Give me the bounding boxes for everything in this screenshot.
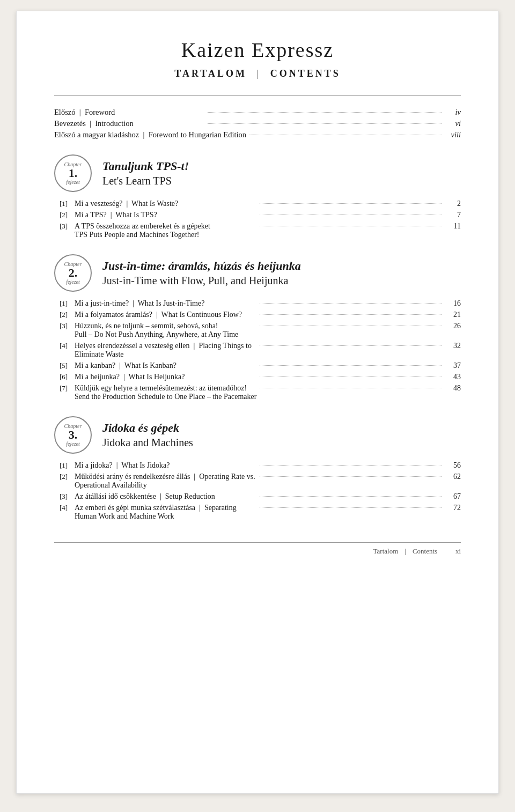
ch2-item-6: [6] Mi a heijunka? | What Is Heijunka? 4… [54, 373, 461, 381]
ch2-item-3-page: 26 [445, 322, 461, 330]
ch2-item-1-num: [1] [60, 299, 75, 308]
ch3-item-1: [1] Mi a jidoka? | What Is Jidoka? 56 [54, 461, 461, 470]
chapter-1-title-en: Let's Learn TPS [102, 174, 461, 188]
ch2-item-4-page: 32 [445, 342, 461, 350]
ch1-item-1: [1] Mi a veszteség? | What Is Waste? 2 [54, 200, 461, 208]
ch3-item-4-num: [4] [60, 504, 75, 512]
footer-divider: | [404, 547, 406, 556]
ch2-item-5-dots [260, 365, 442, 366]
ch3-item-3-page: 67 [445, 492, 461, 501]
footer-right: Contents [413, 547, 437, 556]
ch1-item-1-num: [1] [60, 200, 75, 208]
ch3-item-3-dots [260, 496, 442, 497]
intro-page-3: viii [445, 130, 461, 139]
ch2-item-6-page: 43 [445, 373, 461, 381]
ch1-item-3-dots [260, 226, 442, 226]
ch2-item-4: [4] Helyes elrendezéssel a veszteség ell… [54, 342, 461, 359]
ch3-item-3-num: [3] [60, 492, 75, 501]
chapter-3-badge-num: 3. [69, 429, 78, 441]
contents-label: CONTENTS [270, 68, 341, 79]
ch3-item-4-dots [260, 507, 442, 508]
chapter-3-title-en: Jidoka and Machines [102, 435, 461, 449]
chapter-1-badge-num: 1. [69, 167, 78, 179]
ch2-item-7-row: [7] Küldjük egy helyre a termelésütemezé… [60, 384, 461, 393]
ch2-item-7: [7] Küldjük egy helyre a termelésütemezé… [54, 384, 461, 401]
chapter-3-badge-bot: fejezet [66, 441, 80, 447]
ch2-item-1-dots [260, 303, 442, 304]
ch3-item-1-dots [260, 465, 442, 466]
ch3-item-2-num: [2] [60, 473, 75, 481]
chapter-1-badge: Chapter 1. fejezet [54, 154, 92, 192]
book-title: Kaizen Expressz [54, 38, 461, 62]
ch3-item-3-text: Az átállási idő csökkentése | Setup Redu… [75, 492, 256, 501]
ch2-item-1: [1] Mi a just-in-time? | What Is Just-in… [54, 299, 461, 308]
ch1-item-2-text: Mi a TPS? | What Is TPS? [75, 211, 256, 219]
chapter-3-titles: Jidoka és gépek Jidoka and Machines [102, 420, 461, 450]
ch2-item-7-dots [260, 388, 442, 388]
tartalom-label: TARTALOM [174, 68, 247, 79]
chapter-2-titles: Just-in-time: áramlás, húzás és heijunka… [102, 259, 461, 288]
ch2-item-2-num: [2] [60, 311, 75, 319]
ch3-item-1-page: 56 [445, 461, 461, 470]
intro-item-2: Bevezetés | Introduction vi [54, 119, 461, 128]
chapter-3-header: Chapter 3. fejezet Jidoka és gépek Jidok… [54, 416, 461, 454]
chapter-2-badge-num: 2. [69, 267, 78, 279]
ch3-item-2-dots [260, 476, 442, 477]
header-divider: | [256, 68, 261, 79]
ch2-item-3-num: [3] [60, 322, 75, 330]
ch2-item-7-text-en: Send the Production Schedule to One Plac… [60, 393, 461, 401]
ch1-item-1-page: 2 [445, 200, 461, 208]
intro-page-2: vi [445, 119, 461, 128]
intro-item-3: Előszó a magyar kiadáshoz | Foreword to … [54, 130, 461, 139]
header-rule [54, 95, 461, 96]
chapter-2-badge: Chapter 2. fejezet [54, 254, 92, 292]
chapter-1-badge-bot: fejezet [66, 179, 80, 185]
intro-section: Előszó | Foreword iv Bevezetés | Introdu… [54, 108, 461, 139]
ch2-item-4-num: [4] [60, 342, 75, 350]
ch1-item-3-row: [3] A TPS összehozza az embereket és a g… [60, 222, 461, 231]
ch1-item-3-num: [3] [60, 222, 75, 231]
chapter-2-badge-bot: fejezet [66, 279, 80, 285]
footer: Tartalom | Contents xi [54, 547, 461, 556]
ch2-item-6-text: Mi a heijunka? | What Is Heijunka? [75, 373, 256, 381]
footer-page-num: xi [455, 547, 461, 556]
ch3-item-1-text: Mi a jidoka? | What Is Jidoka? [75, 461, 256, 470]
footer-text: Tartalom | Contents xi [373, 547, 461, 556]
chapter-3-section: Chapter 3. fejezet Jidoka és gépek Jidok… [54, 416, 461, 521]
ch2-item-5-page: 37 [445, 361, 461, 370]
ch3-item-2-page: 62 [445, 473, 461, 481]
ch1-item-2-dots [260, 215, 442, 215]
chapter-3-badge: Chapter 3. fejezet [54, 416, 92, 454]
intro-label-3: Előszó a magyar kiadáshoz | Foreword to … [54, 130, 246, 139]
intro-dots-2 [208, 123, 442, 124]
chapter-3-title-hu: Jidoka és gépek [102, 420, 461, 436]
chapter-1-section: Chapter 1. fejezet Tanuljunk TPS-t! Let'… [54, 154, 461, 239]
ch2-item-3-text-hu: Húzzunk, és ne toljunk – semmit, sehová,… [75, 322, 256, 330]
ch2-item-3: [3] Húzzunk, és ne toljunk – semmit, seh… [54, 322, 461, 339]
ch3-item-1-num: [1] [60, 461, 75, 470]
ch2-item-2: [2] Mi a folyamatos áramlás? | What Is C… [54, 311, 461, 319]
intro-label-2: Bevezetés | Introduction [54, 119, 204, 128]
ch2-item-6-dots [260, 377, 442, 377]
ch2-item-3-row: [3] Húzzunk, és ne toljunk – semmit, seh… [60, 322, 461, 330]
ch2-item-7-num: [7] [60, 384, 75, 393]
ch2-item-2-dots [260, 314, 442, 315]
ch1-item-3: [3] A TPS összehozza az embereket és a g… [54, 222, 461, 239]
ch2-item-2-page: 21 [445, 311, 461, 319]
ch2-item-3-text-en: Pull – Do Not Push Anything, Anywhere, a… [60, 330, 461, 339]
ch1-item-3-text-en: TPS Puts People and Machines Together! [60, 231, 461, 239]
ch2-item-5-num: [5] [60, 361, 75, 370]
ch1-item-1-text: Mi a veszteség? | What Is Waste? [75, 200, 256, 208]
ch1-item-3-text-hu: A TPS összehozza az embereket és a gépek… [75, 222, 256, 231]
ch2-item-5: [5] Mi a kanban? | What Is Kanban? 37 [54, 361, 461, 370]
page: Kaizen Expressz TARTALOM | CONTENTS Elős… [16, 11, 499, 794]
chapter-1-titles: Tanuljunk TPS-t! Let's Learn TPS [102, 159, 461, 188]
chapter-2-title-hu: Just-in-time: áramlás, húzás és heijunka [102, 259, 461, 274]
ch1-item-2-num: [2] [60, 211, 75, 219]
chapter-2-section: Chapter 2. fejezet Just-in-time: áramlás… [54, 254, 461, 401]
ch2-item-4-dots [260, 345, 442, 346]
ch3-item-4-text: Az emberi és gépi munka szétválasztása |… [75, 504, 256, 521]
ch3-item-4-page: 72 [445, 504, 461, 512]
ch2-item-2-text: Mi a folyamatos áramlás? | What Is Conti… [75, 311, 256, 319]
ch2-item-5-text: Mi a kanban? | What Is Kanban? [75, 361, 256, 370]
